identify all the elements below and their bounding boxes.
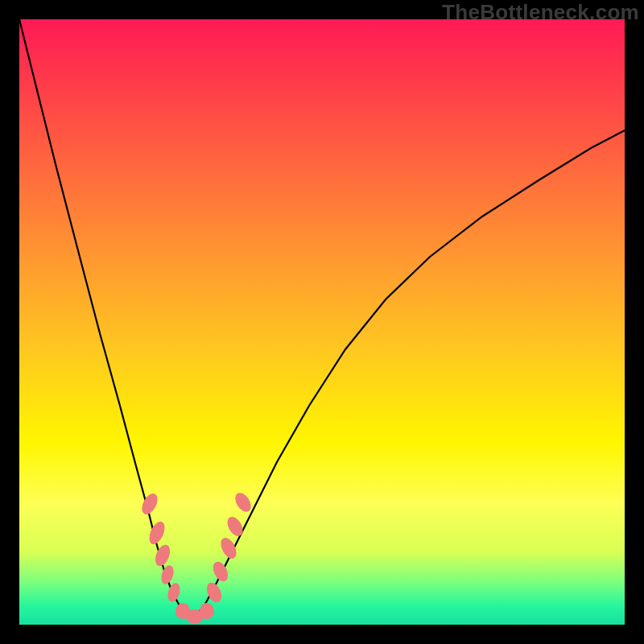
trough-marker — [159, 564, 176, 585]
trough-marker — [147, 519, 168, 547]
trough-marker — [232, 490, 254, 515]
plot-area — [19, 19, 625, 625]
trough-marker — [138, 491, 160, 517]
watermark-text: TheBottleneck.com — [442, 0, 639, 25]
chart-frame: TheBottleneck.com — [0, 0, 644, 644]
trough-marker — [217, 535, 239, 561]
trough-marker — [166, 582, 182, 604]
chart-svg — [19, 19, 625, 625]
trough-marker — [225, 514, 246, 539]
trough-marker — [210, 559, 231, 584]
trough-marker — [152, 543, 172, 568]
curve-right-branch — [196, 130, 625, 615]
